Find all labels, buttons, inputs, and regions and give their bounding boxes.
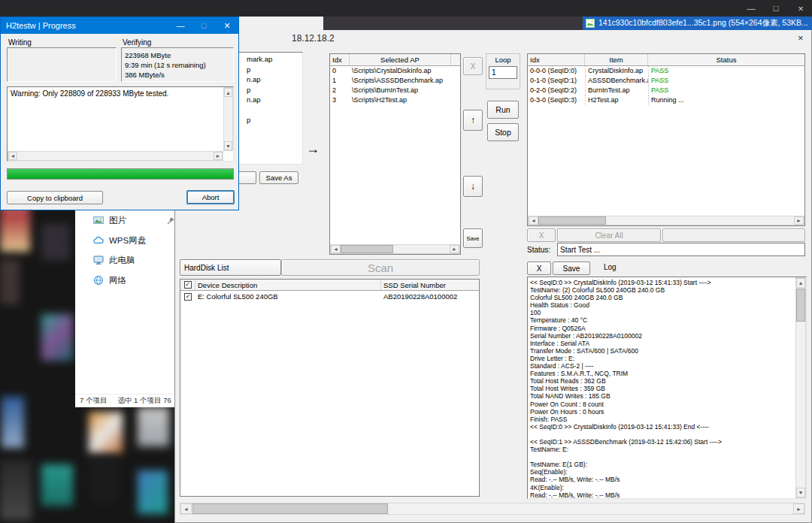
scroll-down-icon[interactable]: ▼ <box>224 141 232 150</box>
selected-ap-row[interactable]: 1 \Scripts\ASSSDBenchmark.ap <box>330 76 460 86</box>
selected-ap-col-spare <box>451 54 460 65</box>
verify-speed: 386 MByte/s <box>125 70 230 80</box>
clear-x-button[interactable]: X <box>527 228 556 242</box>
item-count: 7 个项目 <box>80 396 107 406</box>
app-version-text: 18.12.18.2 <box>292 33 335 44</box>
save-as-button[interactable]: Save As <box>259 171 298 184</box>
sidebar-item-pictures[interactable]: 图片 <box>75 210 174 230</box>
close-icon[interactable]: × <box>216 17 238 34</box>
close-icon[interactable]: × <box>789 0 812 17</box>
desktop-thumbnail[interactable] <box>89 458 119 502</box>
explorer-nav-pane: 图片 WPS网盘 此电脑 网络 <box>75 210 174 407</box>
scrollbar-thumb[interactable] <box>192 503 388 514</box>
desktop-thumbnail[interactable] <box>0 259 20 304</box>
minimize-icon[interactable]: — <box>740 0 762 17</box>
status-row[interactable]: 0-1-0 (SeqID:1) ASSSDBenchmark.ap PASS <box>528 76 804 86</box>
selected-ap-hscrollbar[interactable]: ◄ ► <box>330 244 460 254</box>
selected-ap-row[interactable]: 3 \Scripts\H2Test.ap <box>330 95 460 105</box>
top-window-titlebar: — □ × <box>0 0 812 17</box>
progress-bar <box>7 168 234 180</box>
device-table: ✓ Device Description SSD Serial Number ✓… <box>180 279 480 497</box>
scroll-up-icon[interactable]: ▲ <box>796 278 805 288</box>
scroll-left-icon[interactable]: ◄ <box>180 503 192 514</box>
desktop-thumbnail[interactable] <box>138 470 168 514</box>
loop-count-input[interactable] <box>489 66 517 79</box>
scroll-left-icon[interactable]: ◄ <box>8 152 17 160</box>
save-list-button[interactable]: Save <box>463 228 483 248</box>
status-value-field[interactable] <box>557 243 805 256</box>
scroll-right-icon[interactable]: ► <box>794 216 804 225</box>
scroll-right-icon[interactable]: ► <box>214 152 223 160</box>
sidebar-item-label: WPS网盘 <box>109 235 146 246</box>
device-serial: AB20190228A0100002 <box>381 291 479 303</box>
app-close-icon[interactable]: × <box>798 32 804 44</box>
selected-file-row[interactable]: 141c930c10bfcdf803efe1...35c1.png (554×2… <box>583 16 812 30</box>
device-col-description[interactable]: Device Description <box>195 280 381 290</box>
bottom-hscrollbar[interactable]: ◄ ► <box>180 503 805 515</box>
pin-icon[interactable] <box>167 216 174 225</box>
status-col-status[interactable]: Status <box>648 54 804 65</box>
scroll-down-icon[interactable]: ▼ <box>796 488 805 497</box>
desktop-thumbnail[interactable] <box>89 412 123 453</box>
status-col-item[interactable]: Item <box>585 54 648 65</box>
checkbox-checked-icon[interactable]: ✓ <box>184 293 192 301</box>
select-all-checkbox-cell[interactable]: ✓ <box>180 280 195 290</box>
status-row[interactable]: 0-2-0 (SeqID:2) BurnInTest.ap PASS <box>528 86 804 95</box>
scroll-left-icon[interactable]: ◄ <box>529 216 538 225</box>
scrollbar-thumb[interactable] <box>538 216 606 225</box>
checkbox-checked-icon[interactable]: ✓ <box>184 281 192 289</box>
cloud-icon <box>93 235 104 246</box>
scroll-up-icon[interactable]: ▲ <box>224 88 232 97</box>
status-row[interactable]: 0-3-0 (SeqID:3) H2Test.ap Running ... <box>528 95 804 105</box>
maximize-icon[interactable]: □ <box>765 0 787 17</box>
scroll-left-icon[interactable]: ◄ <box>331 245 341 253</box>
status-row[interactable]: 0-0-0 (SeqID:0) CrystalDiskInfo.ap PASS <box>528 66 804 76</box>
verify-mbyte: 223968 MByte <box>125 50 230 60</box>
log-content: << SeqID:0 >> CrystalDiskInfo (2019-03-1… <box>528 277 806 500</box>
selected-count: 选中 1 个项目 76 <box>117 396 171 406</box>
desktop-thumbnail[interactable] <box>138 407 169 446</box>
log-label: Log <box>604 263 617 271</box>
selected-ap-row[interactable]: 0 \Scripts\CrystalDiskInfo.ap <box>330 66 460 76</box>
log-save-button[interactable]: Save <box>553 262 590 275</box>
spare-button[interactable] <box>662 228 805 242</box>
device-col-serial[interactable]: SSD Serial Number <box>381 280 479 290</box>
sidebar-item-network[interactable]: 网络 <box>75 271 174 290</box>
clear-all-button[interactable]: Clear All <box>557 228 661 242</box>
log-vscrollbar[interactable]: ▲ ▼ <box>795 277 806 498</box>
desktop-thumbnail[interactable] <box>2 397 24 448</box>
warning-textarea[interactable]: Warning: Only 228809 of 228933 MByte tes… <box>7 86 234 162</box>
log-x-button[interactable]: X <box>527 262 551 275</box>
selected-ap-row[interactable]: 2 \Scripts\BurnInTest.ap <box>330 86 460 95</box>
abort-button[interactable]: Abort <box>186 190 235 204</box>
selected-ap-header: Idx Selected AP <box>330 54 460 66</box>
scrollbar-thumb[interactable] <box>341 245 393 253</box>
sidebar-item-wps-cloud[interactable]: WPS网盘 <box>75 231 174 250</box>
run-button[interactable]: Run <box>487 101 519 119</box>
minimize-icon[interactable]: — <box>169 17 192 34</box>
device-row[interactable]: ✓ E: Colorful SL500 240GB AB20190228A010… <box>180 291 479 303</box>
status-table-hscrollbar[interactable]: ◄ ► <box>528 216 804 225</box>
log-textarea[interactable]: << SeqID:0 >> CrystalDiskInfo (2019-03-1… <box>527 277 807 499</box>
stop-button[interactable]: Stop <box>487 123 519 141</box>
remove-ap-button[interactable]: X <box>463 57 483 75</box>
sidebar-item-this-pc[interactable]: 此电脑 <box>75 250 174 270</box>
scroll-right-icon[interactable]: ► <box>450 245 459 253</box>
move-up-button[interactable]: ↑ <box>463 110 483 131</box>
scroll-right-icon[interactable]: ► <box>793 503 804 514</box>
h2testw-titlebar[interactable]: H2testw | Progress — □ × <box>1 17 238 34</box>
copy-to-clipboard-button[interactable]: Copy to clipboard <box>7 191 103 204</box>
desktop-thumbnail[interactable] <box>41 464 73 506</box>
scan-button[interactable]: Scan <box>281 259 480 276</box>
desktop-thumbnail[interactable] <box>0 460 32 520</box>
warning-vscrollbar[interactable]: ▲ ▼ <box>223 87 233 151</box>
move-down-button[interactable]: ↓ <box>463 176 483 197</box>
selected-ap-col-idx[interactable]: Idx <box>330 54 350 65</box>
scrollbar-thumb[interactable] <box>796 289 805 322</box>
selected-ap-col-ap[interactable]: Selected AP <box>350 54 451 65</box>
warning-hscrollbar[interactable]: ◄ ► <box>8 151 223 161</box>
test-status-table: Idx Item Status 0-0-0 (SeqID:0) CrystalD… <box>527 53 805 226</box>
desktop-thumbnail[interactable] <box>41 224 70 260</box>
status-col-idx[interactable]: Idx <box>528 54 585 65</box>
desktop-thumbnail[interactable] <box>41 314 73 361</box>
